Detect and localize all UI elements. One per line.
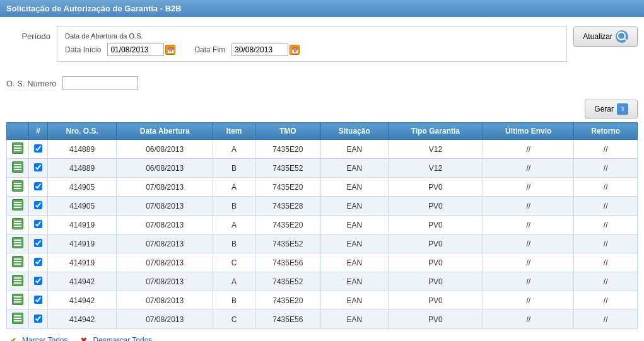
col-hash: # — [29, 123, 48, 140]
tmo: 7435E20 — [255, 216, 320, 234]
data-fim-label: Data Fim — [194, 45, 225, 54]
note-icon[interactable] — [12, 275, 23, 286]
checkbox-cell — [29, 159, 48, 178]
icon-cell — [7, 140, 29, 159]
ultimo-envio: // — [483, 197, 574, 216]
os-section: O. S. Número — [6, 76, 638, 90]
note-icon[interactable] — [12, 256, 23, 267]
data-abertura: 07/08/2013 — [117, 272, 213, 291]
row-checkbox[interactable] — [34, 201, 42, 209]
upload-icon: ⇧ — [617, 103, 628, 115]
tmo: 7435E52 — [255, 272, 320, 291]
nro-os: 414889 — [48, 140, 117, 159]
os-input[interactable] — [62, 76, 138, 90]
col-icon — [7, 123, 29, 140]
note-icon[interactable] — [12, 294, 23, 305]
row-checkbox[interactable] — [34, 296, 42, 304]
row-checkbox[interactable] — [34, 182, 42, 190]
icon-cell — [7, 197, 29, 216]
checkbox-cell — [29, 197, 48, 216]
situacao: EAN — [320, 159, 388, 178]
row-checkbox[interactable] — [34, 315, 42, 323]
title-label: Solicitação de Autorização de Garantia -… — [6, 4, 182, 13]
data-inicio-calendar-icon[interactable]: 📅 — [165, 45, 175, 55]
nro-os: 414889 — [48, 159, 117, 178]
row-checkbox[interactable] — [34, 258, 42, 266]
desmarcar-todos-link[interactable]: ✖ Desmarcar Todos — [80, 335, 152, 341]
row-checkbox[interactable] — [34, 144, 42, 153]
note-icon[interactable] — [12, 218, 23, 229]
nro-os: 414942 — [48, 272, 117, 291]
check-icon: ✔ — [9, 335, 20, 341]
cross-icon: ✖ — [80, 335, 90, 341]
ultimo-envio: // — [483, 253, 574, 272]
col-item: Item — [213, 123, 255, 140]
icon-cell — [7, 216, 29, 234]
table-row: 41490507/08/2013B7435E28EANPV0//// — [7, 197, 638, 216]
data-abertura: 06/08/2013 — [117, 140, 213, 159]
item: C — [213, 253, 255, 272]
atualizar-button[interactable]: Atualizar — [573, 26, 638, 47]
data-inicio-input[interactable] — [107, 43, 164, 56]
desmarcar-todos-label: Desmarcar Todos — [93, 336, 152, 341]
situacao: EAN — [320, 216, 388, 234]
checkbox-cell — [29, 140, 48, 159]
retorno: // — [574, 234, 638, 253]
tmo: 7435E20 — [255, 178, 320, 197]
col-nro-os: Nro. O.S. — [48, 123, 117, 140]
icon-cell — [7, 272, 29, 291]
tipo-garantia: PV0 — [388, 178, 483, 197]
note-icon[interactable] — [12, 142, 23, 154]
nro-os: 414919 — [48, 234, 117, 253]
table-row: 41491907/08/2013B7435E52EANPV0//// — [7, 234, 638, 253]
tmo: 7435E20 — [255, 291, 320, 310]
os-label: O. S. Número — [6, 79, 62, 88]
note-icon[interactable] — [12, 161, 23, 173]
note-icon[interactable] — [12, 313, 23, 324]
checkbox-cell — [29, 178, 48, 197]
data-abertura: 07/08/2013 — [117, 253, 213, 272]
situacao: EAN — [320, 253, 388, 272]
data-fim-input[interactable] — [231, 43, 288, 56]
checkbox-cell — [29, 216, 48, 234]
item: A — [213, 272, 255, 291]
checkbox-cell — [29, 272, 48, 291]
tmo: 7435E52 — [255, 234, 320, 253]
item: B — [213, 197, 255, 216]
situacao: EAN — [320, 140, 388, 159]
nro-os: 414942 — [48, 310, 117, 329]
icon-cell — [7, 310, 29, 329]
period-inputs: Data Início 📅 Data Fim 📅 — [65, 43, 559, 56]
situacao: EAN — [320, 234, 388, 253]
tmo: 7435E56 — [255, 310, 320, 329]
search-icon — [616, 30, 628, 43]
data-fim-calendar-icon[interactable]: 📅 — [290, 45, 300, 55]
table-row: 41494207/08/2013C7435E56EANPV0//// — [7, 310, 638, 329]
table-row: 41491907/08/2013A7435E20EANPV0//// — [7, 216, 638, 234]
tipo-garantia: V12 — [388, 140, 483, 159]
row-checkbox[interactable] — [34, 220, 42, 228]
note-icon[interactable] — [12, 199, 23, 211]
gerar-button[interactable]: Gerar ⇧ — [585, 100, 638, 118]
data-abertura: 07/08/2013 — [117, 310, 213, 329]
row-checkbox[interactable] — [34, 239, 42, 247]
col-situacao: Situação — [320, 123, 388, 140]
data-abertura: 07/08/2013 — [117, 216, 213, 234]
footer-actions: ✔ Marcar Todos ✖ Desmarcar Todos — [6, 329, 638, 341]
col-retorno: Retorno — [574, 123, 638, 140]
checkbox-cell — [29, 291, 48, 310]
tipo-garantia: PV0 — [388, 197, 483, 216]
period-section: Período Data de Abertura da O.S. Data In… — [6, 23, 567, 65]
row-checkbox[interactable] — [34, 277, 42, 285]
situacao: EAN — [320, 291, 388, 310]
icon-cell — [7, 253, 29, 272]
note-icon[interactable] — [12, 237, 23, 248]
item: A — [213, 216, 255, 234]
retorno: // — [574, 216, 638, 234]
data-table: # Nro. O.S. Data Abertura Item TMO Situa… — [6, 122, 638, 329]
ultimo-envio: // — [483, 272, 574, 291]
note-icon[interactable] — [12, 180, 23, 192]
marcar-todos-link[interactable]: ✔ Marcar Todos — [9, 335, 67, 341]
item: C — [213, 310, 255, 329]
row-checkbox[interactable] — [34, 163, 42, 171]
